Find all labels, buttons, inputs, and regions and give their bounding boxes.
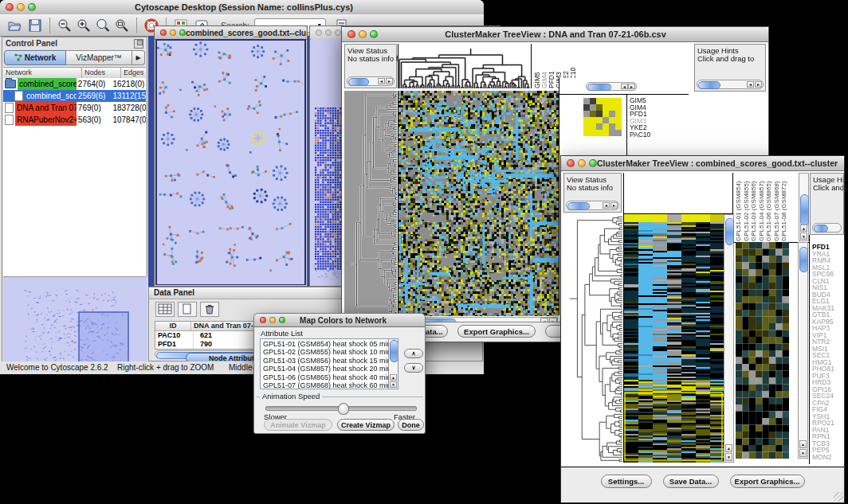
close-button[interactable] [260,317,266,323]
zoom-button[interactable] [279,317,285,323]
column-label[interactable]: GIM4 [541,44,548,88]
cell-id-0[interactable]: PAC10 [155,331,194,340]
scroll-up-icon[interactable]: ▲ [800,225,807,232]
move-down-button[interactable]: ∨ [404,363,423,373]
scroll-left-icon[interactable]: ◄ [603,202,610,209]
column-label[interactable]: GPL51-06 (GSM865) [765,173,773,241]
tv2-columns-vscrollbar[interactable]: ▲ ▼ [799,173,809,241]
delete-attribute-icon[interactable] [200,302,219,317]
scroll-right-icon[interactable]: ► [755,81,762,88]
close-button[interactable] [160,29,167,36]
save-session-icon[interactable] [27,18,43,33]
tv2-titlebar[interactable]: ClusterMaker TreeView : combined_scores_… [561,156,844,171]
zoom-button[interactable] [28,3,36,11]
column-label[interactable]: GPL51-07 (GSM868) [773,173,781,241]
scroll-right-icon[interactable]: ► [610,202,618,209]
cell-id-1[interactable]: PFD1 [155,340,194,349]
zoom-button[interactable] [589,159,597,167]
tv2-row-dendrogram[interactable] [563,216,622,463]
attribute-list-vscrollbar[interactable]: ▲ ▼ [388,339,398,389]
attribute-list-item[interactable]: GPL51-02 (GSM855) heat shock 10 min [261,348,388,356]
done-button[interactable]: Done [398,419,424,431]
close-button[interactable] [347,30,355,38]
column-label[interactable]: GPL51-02 (GSM855) [743,173,751,241]
tv1-heatmap-global[interactable] [398,91,559,316]
attribute-list-item[interactable]: GPL51-01 (GSM854) heat shock 05 min [261,340,388,348]
animate-vizmap-button[interactable]: Animate Vizmap [264,419,332,431]
datacol-id[interactable]: ID [155,322,191,330]
col-header-nodes[interactable]: Nodes [82,68,121,78]
column-label[interactable]: GPL51-08 (GSM872) [780,173,788,241]
gene-label[interactable]: MON2 [812,454,844,461]
tv2-save-data-button[interactable]: Save Data... [663,475,719,488]
column-label[interactable]: PFD1 [548,44,556,88]
tv1-zoom-heatmap[interactable] [583,98,622,136]
move-up-button[interactable]: ∧ [404,349,423,358]
network1-titlebar[interactable]: combined_scores_good.txt--cluste... [155,26,307,40]
minimize-button[interactable] [17,3,25,11]
zoom-button[interactable] [370,30,378,38]
tv2-heatmap-vscrollbar[interactable]: ▲ ▼ [724,214,734,463]
minimize-button[interactable] [578,159,586,167]
close-button[interactable] [567,159,575,167]
open-file-icon[interactable] [6,18,22,33]
tv1-row-dendrogram[interactable] [344,91,397,316]
scroll-up-icon[interactable]: ▲ [799,440,807,448]
scroll-right-icon[interactable]: ► [628,84,635,89]
network-table-row[interactable]: combined_scores2764(0)16218(0) [3,78,146,90]
network-table-row[interactable]: RNAPuberNov2+563(0)107847(0) [3,114,146,126]
scroll-up-icon[interactable]: ▲ [390,374,397,381]
tab-vizmapper[interactable]: VizMapper™ [66,50,132,65]
zoom-out-icon[interactable] [57,18,73,33]
main-titlebar[interactable]: Cytoscape Desktop (Session Name: collins… [0,0,484,15]
zoom-button[interactable] [335,29,341,36]
table-view-icon[interactable] [155,302,175,317]
zoom-selected-icon[interactable] [95,18,111,33]
tv2-zoom-vscrollbar[interactable]: ▲ ▼ [798,242,808,459]
tv1-export-graphics-button[interactable]: Export Graphics... [457,325,536,338]
tv2-status-scrollbar[interactable]: ◄ ► [566,201,619,210]
minimize-button[interactable] [170,29,176,36]
attribute-list-item[interactable]: GPL51-06 (GSM865) heat shock 40 min [261,373,388,381]
minimize-button[interactable] [359,30,367,38]
col-header-edges[interactable]: Edges [121,68,146,78]
tv1-status-scrollbar[interactable]: ◄ ► [347,76,395,86]
column-label[interactable]: GPL51-04 (GSM857) [758,173,766,241]
scroll-down-icon[interactable]: ▼ [800,232,807,240]
tv1-zoom-scrollbar[interactable]: ◄ ► [586,82,637,91]
create-vizmap-button[interactable]: Create Vizmap [337,419,395,431]
close-button[interactable] [6,3,14,11]
scroll-down-icon[interactable]: ▼ [390,381,397,388]
network-table-row[interactable]: combined_sco2569(6)13112(15) [3,90,146,102]
scroll-left-icon[interactable]: ◄ [378,78,385,84]
float-panel-icon[interactable] [134,39,143,49]
tv1-column-dendrogram[interactable] [398,44,530,88]
tv1-titlebar[interactable]: ClusterMaker TreeView : DNA and Tran 07-… [342,27,768,42]
column-label[interactable]: GPL51-03 (GSM856) [750,173,758,241]
network-overview-canvas[interactable] [3,277,147,367]
network-table-row[interactable]: DNA and Tran 07769(0)183728(0) [3,102,146,114]
tab-overflow[interactable]: ▶ [132,50,145,65]
zoom-button[interactable] [179,29,186,36]
close-button[interactable] [316,29,322,36]
gene-label[interactable]: PAC10 [630,131,650,139]
tv2-usage-scrollbar[interactable] [812,223,842,232]
tv2-zoom-heatmap[interactable] [736,242,789,459]
tv2-settings-button[interactable]: Settings... [601,475,652,488]
scroll-down-icon[interactable]: ▼ [725,453,732,461]
resize-grip[interactable] [834,492,843,502]
scroll-up-icon[interactable]: ▲ [725,444,732,452]
tab-network[interactable]: Network [4,50,66,65]
dialog-titlebar[interactable]: Map Colors to Network [254,314,425,327]
attribute-list-item[interactable]: GPL51-03 (GSM856) heat shock 15 min [261,357,388,365]
tv1-usage-scrollbar[interactable]: ◄ ► [697,80,764,89]
minimize-button[interactable] [325,29,332,36]
attribute-list-item[interactable]: GPL51-04 (GSM857) heat shock 20 min [261,365,388,373]
column-label[interactable]: GIM5 [534,44,541,88]
slider-thumb[interactable] [338,403,349,415]
attribute-list-item[interactable]: GPL51-07 (GSM868) heat shock 60 min [261,381,388,389]
scroll-left-icon[interactable]: ◄ [621,84,628,89]
zoom-fit-icon[interactable] [114,18,130,33]
network1-canvas[interactable] [157,41,304,284]
scroll-down-icon[interactable]: ▼ [799,449,807,457]
